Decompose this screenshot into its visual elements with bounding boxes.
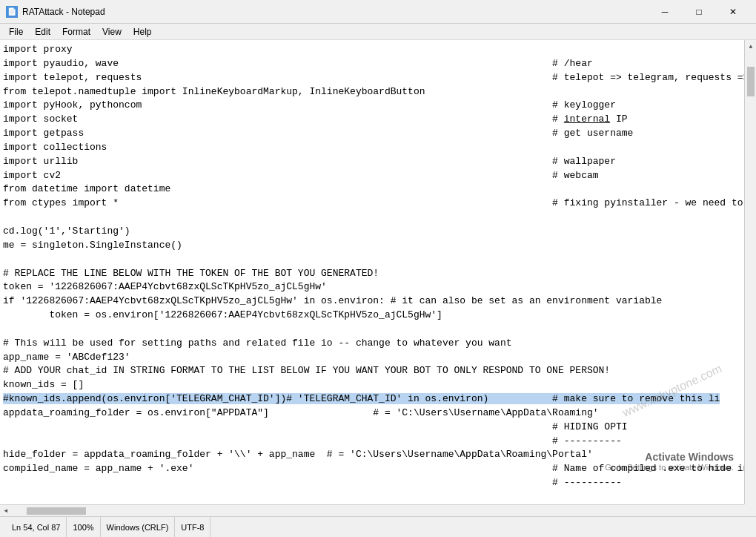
close-button[interactable]: ✕ bbox=[716, 0, 750, 24]
statusbar: Ln 54, Col 87 100% Windows (CRLF) UTF-8 bbox=[0, 516, 756, 537]
titlebar-title: RATAttack - Notepad bbox=[22, 7, 105, 17]
horizontal-scrollbar[interactable]: ◄ bbox=[0, 504, 744, 516]
menubar: File Edit Format View Help bbox=[0, 24, 756, 40]
status-zoom: 100% bbox=[67, 517, 100, 537]
code-content: import proxy import pyaudio, wave # /hea… bbox=[3, 43, 753, 513]
status-encoding: UTF-8 bbox=[175, 517, 210, 537]
vertical-scrollbar[interactable]: ▲ bbox=[744, 40, 756, 504]
editor[interactable]: import proxy import pyaudio, wave # /hea… bbox=[0, 40, 756, 516]
status-line-ending: Windows (CRLF) bbox=[101, 517, 176, 537]
menu-file[interactable]: File bbox=[3, 25, 29, 39]
status-position: Ln 54, Col 87 bbox=[6, 517, 67, 537]
menu-view[interactable]: View bbox=[96, 25, 127, 39]
maximize-button[interactable]: □ bbox=[682, 0, 716, 24]
minimize-button[interactable]: ─ bbox=[648, 0, 682, 24]
menu-edit[interactable]: Edit bbox=[29, 25, 56, 39]
scroll-left-arrow[interactable]: ◄ bbox=[0, 505, 12, 517]
scroll-thumb-vertical[interactable] bbox=[747, 67, 755, 96]
menu-format[interactable]: Format bbox=[56, 25, 96, 39]
scroll-corner bbox=[744, 504, 756, 516]
scroll-up-arrow[interactable]: ▲ bbox=[745, 40, 756, 52]
titlebar-left: 📄 RATAttack - Notepad bbox=[6, 6, 105, 18]
notepad-icon: 📄 bbox=[6, 6, 18, 18]
titlebar-controls: ─ □ ✕ bbox=[648, 0, 750, 24]
menu-help[interactable]: Help bbox=[127, 25, 158, 39]
titlebar: 📄 RATAttack - Notepad ─ □ ✕ bbox=[0, 0, 756, 24]
scroll-thumb-horizontal[interactable] bbox=[27, 507, 86, 515]
